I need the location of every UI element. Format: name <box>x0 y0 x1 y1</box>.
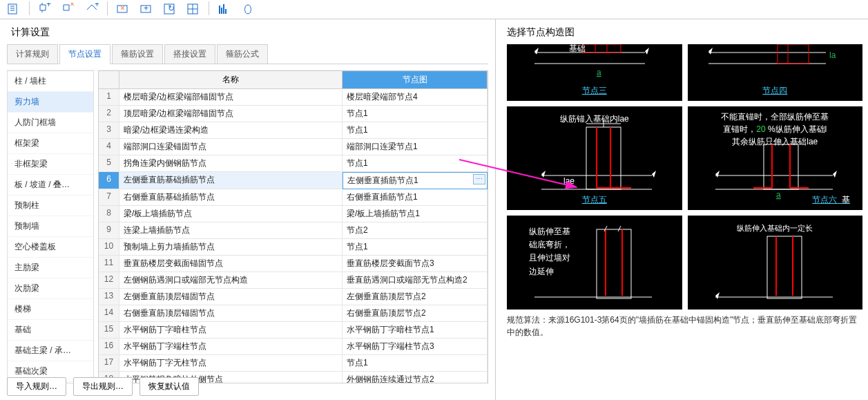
table-row[interactable]: 13左侧垂直筋顶层锚固节点左侧垂直筋顶层节点2 <box>99 289 488 305</box>
diagram-node-8[interactable]: 纵筋伸入基础内一定长 <box>688 216 863 309</box>
row-node-value[interactable]: 梁/板上墙插筋节点1 <box>343 206 488 222</box>
tab-stirrup-settings[interactable]: 箍筋设置 <box>112 44 163 64</box>
row-node-value[interactable]: 左侧垂直插筋节点1⋯ <box>343 172 488 189</box>
row-name: 顶层暗梁/边框梁端部锚固节点 <box>119 106 343 122</box>
diagram-caption: 节点五 <box>507 194 682 206</box>
toolbar-icon-6[interactable]: + <box>138 1 155 18</box>
row-node-value[interactable]: 节点1 <box>343 122 488 139</box>
row-number: 1 <box>99 89 119 106</box>
sidebar-item-column[interactable]: 柱 / 墙柱 <box>8 71 93 92</box>
settings-grid: 名称 节点图 1楼层暗梁/边框梁端部锚固节点楼层暗梁端部节点42顶层暗梁/边框梁… <box>98 70 488 383</box>
toolbar-icon-3[interactable]: × <box>60 1 77 18</box>
toolbar-icon-1[interactable] <box>6 1 22 18</box>
row-node-value[interactable]: 端部洞口连梁节点1 <box>343 139 488 155</box>
diagram-node-4[interactable]: la 节点四 <box>688 44 863 101</box>
table-row[interactable]: 7右侧垂直筋基础插筋节点右侧垂直插筋节点1 <box>99 189 488 206</box>
row-node-value[interactable]: 垂直筋遇洞口或端部无节点构造2 <box>343 272 488 289</box>
sidebar-item-slab[interactable]: 板 / 坡道 / 叠… <box>8 175 93 196</box>
tab-calc-rules[interactable]: 计算规则 <box>7 44 58 64</box>
toolbar-icon-9[interactable] <box>216 1 233 18</box>
row-node-value[interactable]: 垂直筋楼层变截面节点3 <box>343 256 488 272</box>
table-row[interactable]: 17水平钢筋丁字无柱节点节点1 <box>99 355 488 372</box>
sidebar-item-prewall[interactable]: 预制墙 <box>8 216 93 237</box>
table-row[interactable]: 3暗梁/边框梁遇连梁构造节点1 <box>99 122 488 139</box>
sidebar-item-precol[interactable]: 预制柱 <box>8 196 93 216</box>
table-row[interactable]: 5拐角连梁内侧钢筋节点节点1 <box>99 155 488 172</box>
svg-rect-40 <box>597 229 631 298</box>
row-name: 拐角连梁内侧钢筋节点 <box>119 155 343 172</box>
sidebar-item-mainrib[interactable]: 主肋梁 <box>8 258 93 278</box>
table-row[interactable]: 2顶层暗梁/边框梁端部锚固节点节点1 <box>99 106 488 122</box>
header-node[interactable]: 节点图 <box>343 71 488 89</box>
sidebar-item-defense[interactable]: 人防门框墙 <box>8 113 93 133</box>
svg-text:↻: ↻ <box>168 3 175 13</box>
table-row[interactable]: 8梁/板上墙插筋节点梁/板上墙插筋节点1 <box>99 206 488 222</box>
table-row[interactable]: 4端部洞口连梁锚固节点端部洞口连梁节点1 <box>99 139 488 155</box>
right-panel: 选择节点构造图 基础 a 节点三 <box>496 19 868 400</box>
row-name: 端部洞口连梁锚固节点 <box>119 139 343 155</box>
export-rules-button[interactable]: 导出规则… <box>73 377 133 396</box>
row-name: 连梁上墙插筋节点 <box>119 222 343 239</box>
sidebar-item-foundation[interactable]: 基础 <box>8 320 93 341</box>
import-rules-button[interactable]: 导入规则… <box>7 377 66 396</box>
svg-text:lae: lae <box>563 176 575 186</box>
app-toolbar: + × + × + ↻ <box>0 0 868 19</box>
table-row[interactable]: 14右侧垂直筋顶层锚固节点右侧垂直筋顶层节点2 <box>99 305 488 322</box>
sidebar-item-shearwall[interactable]: 剪力墙 <box>8 92 93 113</box>
toolbar-icon-2[interactable]: + <box>37 1 53 18</box>
toolbar-icon-7[interactable]: ↻ <box>162 1 178 18</box>
sidebar-item-nonframebeam[interactable]: 非框架梁 <box>8 154 93 175</box>
row-node-value[interactable]: 节点1 <box>343 106 488 122</box>
row-node-value[interactable]: 节点1 <box>343 155 488 172</box>
diagram-node-3[interactable]: 基础 a 节点三 <box>507 44 682 101</box>
table-row[interactable]: 9连梁上墙插筋节点节点2 <box>99 222 488 239</box>
svg-rect-0 <box>8 4 17 14</box>
row-number: 15 <box>99 322 119 339</box>
toolbar-icon-4[interactable]: + <box>84 1 100 18</box>
table-row[interactable]: 10预制墙上剪力墙插筋节点节点1 <box>99 239 488 256</box>
svg-text:基础: 基础 <box>569 44 586 53</box>
row-node-value[interactable]: 楼层暗梁端部节点4 <box>343 89 488 106</box>
table-row[interactable]: 11垂直筋楼层变截面锚固节点垂直筋楼层变截面节点3 <box>99 256 488 272</box>
row-node-value[interactable]: 外侧钢筋连续通过节点2 <box>343 372 488 383</box>
sidebar-item-foundbeam[interactable]: 基础主梁 / 承… <box>8 341 93 361</box>
sidebar-item-secrib[interactable]: 次肋梁 <box>8 278 93 299</box>
row-node-value[interactable]: 水平钢筋丁字端柱节点3 <box>343 339 488 355</box>
svg-text:+: + <box>46 3 51 9</box>
row-node-value[interactable]: 节点2 <box>343 222 488 239</box>
table-row[interactable]: 1楼层暗梁/边框梁端部锚固节点楼层暗梁端部节点4 <box>99 89 488 106</box>
row-node-value[interactable]: 水平钢筋丁字暗柱节点1 <box>343 322 488 339</box>
more-button[interactable]: ⋯ <box>473 174 485 184</box>
sidebar-item-hollow[interactable]: 空心楼盖板 <box>8 237 93 258</box>
tab-node-settings[interactable]: 节点设置 <box>59 44 110 64</box>
row-node-value[interactable]: 右侧垂直插筋节点1 <box>343 189 488 206</box>
sidebar-item-stair[interactable]: 楼梯 <box>8 299 93 320</box>
table-row[interactable]: 15水平钢筋丁字暗柱节点水平钢筋丁字暗柱节点1 <box>99 322 488 339</box>
table-row[interactable]: 16水平钢筋丁字端柱节点水平钢筋丁字端柱节点3 <box>99 339 488 355</box>
restore-default-button[interactable]: 恢复默认值 <box>139 377 199 396</box>
row-name: 垂直筋楼层变截面锚固节点 <box>119 256 343 272</box>
left-panel: 计算设置 计算规则 节点设置 箍筋设置 搭接设置 箍筋公式 柱 / 墙柱 剪力墙… <box>0 19 496 400</box>
row-number: 8 <box>99 206 119 222</box>
diagram-node-5[interactable]: 纵筋锚入基础内lae lae 节点五 <box>507 106 682 210</box>
diagram-node-7[interactable]: 纵筋伸至基 础底弯折， 且伸过墙对 边延伸 <box>507 216 682 309</box>
row-node-value[interactable]: 节点1 <box>343 239 488 256</box>
table-row[interactable]: 6左侧垂直筋基础插筋节点左侧垂直插筋节点1⋯ <box>99 172 488 189</box>
diagram-node-6[interactable]: 不能直锚时，全部纵筋伸至基 直锚时，20 %纵筋伸入基础l 其余纵筋只伸入基础l… <box>688 106 863 210</box>
row-name: 暗梁/边框梁遇连梁构造 <box>119 122 343 139</box>
svg-rect-44 <box>767 236 802 298</box>
row-node-value[interactable]: 节点1 <box>343 355 488 372</box>
table-row[interactable]: 12左侧钢筋遇洞口或端部无节点构造垂直筋遇洞口或端部无节点构造2 <box>99 272 488 289</box>
sidebar-item-framebeam[interactable]: 框架梁 <box>8 133 93 154</box>
tab-stirrup-formula[interactable]: 箍筋公式 <box>217 44 268 64</box>
toolbar-icon-10[interactable] <box>240 1 256 18</box>
row-node-value[interactable]: 右侧垂直筋顶层节点2 <box>343 305 488 322</box>
svg-text:×: × <box>70 3 75 9</box>
row-number: 17 <box>99 355 119 372</box>
row-node-value[interactable]: 左侧垂直筋顶层节点2 <box>343 289 488 305</box>
row-number: 11 <box>99 256 119 272</box>
toolbar-icon-5[interactable]: × <box>115 1 131 18</box>
tab-lap-settings[interactable]: 搭接设置 <box>164 44 215 64</box>
svg-text:la: la <box>829 50 836 60</box>
toolbar-icon-8[interactable] <box>185 1 202 18</box>
